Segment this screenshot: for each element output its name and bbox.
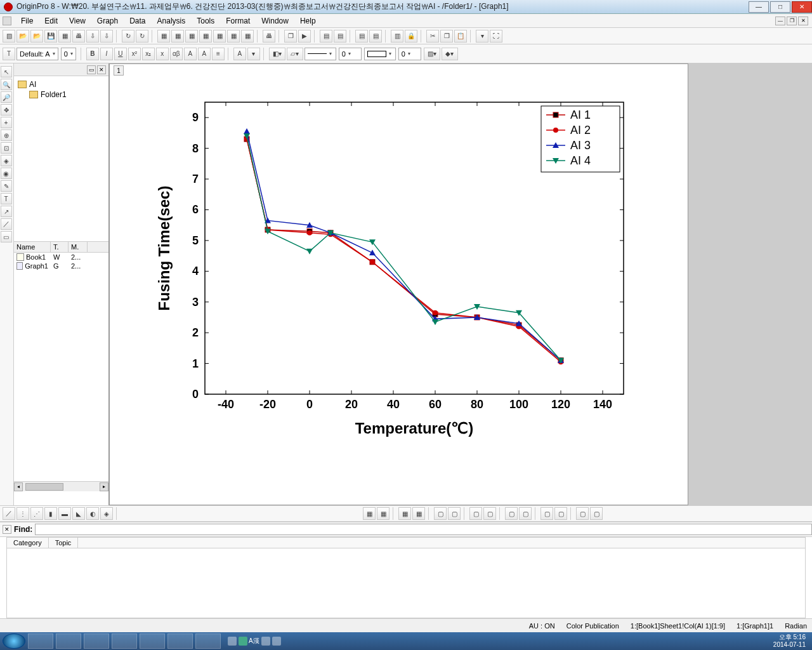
scatter-plot-button[interactable]: ⋮	[16, 507, 29, 520]
open-button[interactable]: 📂	[16, 30, 29, 43]
mdi-minimize-button[interactable]: —	[775, 17, 785, 25]
maximize-button[interactable]: □	[770, 1, 790, 13]
scroll-thumb[interactable]	[25, 483, 63, 491]
draw-tool[interactable]: ✎	[1, 180, 12, 192]
cut-button[interactable]: ✂	[426, 30, 439, 43]
template-button[interactable]: ▦	[363, 507, 376, 520]
same-height-button[interactable]: ▢	[519, 507, 532, 520]
menu-format[interactable]: Format	[220, 17, 256, 25]
pan-tool[interactable]: ✥	[1, 104, 12, 116]
menu-file[interactable]: File	[15, 17, 39, 25]
menu-window[interactable]: Window	[256, 17, 294, 25]
bar-plot-button[interactable]: ▬	[58, 507, 71, 520]
zoom-out-tool[interactable]: 🔎	[1, 91, 12, 103]
superscript-button[interactable]: x²	[128, 48, 141, 60]
menu-graph[interactable]: Graph	[91, 17, 124, 25]
font-combo[interactable]: Default: A▾	[16, 48, 58, 60]
new-function-button[interactable]: ▦	[241, 30, 254, 43]
tray-icon[interactable]	[261, 637, 270, 646]
underline-button[interactable]: U	[114, 48, 127, 60]
tab-category[interactable]: Category	[7, 538, 49, 548]
mask-tool[interactable]: ◈	[1, 155, 12, 166]
extract-button[interactable]: ▦	[412, 507, 425, 520]
tree-child[interactable]: Folder1	[29, 90, 105, 99]
add-column-button[interactable]: ▥	[391, 30, 403, 43]
lock-button[interactable]: 🔒	[405, 30, 417, 43]
3d-plot-button[interactable]: ◈	[100, 507, 113, 520]
menu-tools[interactable]: Tools	[191, 17, 220, 25]
supersub-button[interactable]: x	[156, 48, 169, 60]
col-name[interactable]: Name	[14, 242, 51, 252]
save-template-button[interactable]: ▦	[58, 30, 71, 43]
arrow-tool[interactable]: ↗	[1, 206, 12, 217]
data-selector-tool[interactable]: ⊡	[1, 142, 12, 154]
folder-tree[interactable]: AI Folder1	[14, 76, 108, 104]
paste-button[interactable]: 📋	[454, 30, 467, 43]
layer-indicator[interactable]: 1	[114, 65, 124, 76]
zoom-combo-button[interactable]: ▾	[476, 30, 488, 43]
new-workbook-button[interactable]: ▦	[157, 30, 170, 43]
line-style-combo[interactable]: ▾	[304, 48, 336, 60]
menu-edit[interactable]: Edit	[39, 17, 63, 25]
list-scrollbar[interactable]: ◂ ▸	[14, 481, 108, 491]
recalculate-button[interactable]: ↻	[136, 30, 148, 43]
font-size-combo[interactable]: 0▾	[61, 48, 76, 60]
scroll-left-button[interactable]: ◂	[14, 482, 23, 491]
back-button[interactable]: ▢	[554, 507, 567, 520]
line-tool[interactable]: ／	[1, 218, 12, 230]
print-button[interactable]: 🖶	[72, 30, 85, 43]
greek-button[interactable]: αβ	[170, 48, 183, 60]
fill-color-button[interactable]: ◧▾	[269, 48, 285, 60]
slideshow-button[interactable]: ▶	[298, 30, 311, 43]
subscript-button[interactable]: x₂	[142, 48, 155, 60]
font-color-dropdown[interactable]: ▾	[247, 48, 260, 60]
project-explorer-button[interactable]: ▤	[320, 30, 332, 43]
region-tool[interactable]: ◉	[1, 168, 12, 179]
explorer-pin-button[interactable]: ▭	[87, 65, 96, 74]
code-builder-button[interactable]: ▤	[355, 30, 368, 43]
tray-icon[interactable]	[228, 637, 237, 646]
align-right-button[interactable]: ▢	[448, 507, 461, 520]
same-width-button[interactable]: ▢	[505, 507, 518, 520]
ungroup-button[interactable]: ▢	[590, 507, 603, 520]
save-button[interactable]: 💾	[44, 30, 57, 43]
list-item[interactable]: Graph1 G 2...	[14, 262, 108, 270]
batch-button[interactable]: ▦	[377, 507, 390, 520]
reader-tool[interactable]: +	[1, 117, 12, 128]
taskbar-item[interactable]	[112, 633, 137, 649]
new-excel-button[interactable]: ▦	[199, 30, 212, 43]
font-color-button[interactable]: A	[233, 48, 246, 60]
symbol-button[interactable]: ◆▾	[442, 48, 458, 60]
col-type[interactable]: T.	[51, 242, 69, 252]
new-matrix-button[interactable]: ▦	[185, 30, 198, 43]
find-input[interactable]	[35, 524, 812, 535]
pie-plot-button[interactable]: ◐	[86, 507, 99, 520]
menu-analysis[interactable]: Analysis	[152, 17, 192, 25]
zoom-in-tool[interactable]: 🔍	[1, 79, 12, 90]
taskbar-item[interactable]	[140, 633, 165, 649]
align-top-button[interactable]: ▢	[469, 507, 482, 520]
open-excel-button[interactable]: 📂	[30, 30, 43, 43]
text-tool[interactable]: T	[1, 193, 12, 204]
find-close-button[interactable]: ✕	[3, 525, 11, 534]
tree-root[interactable]: AI	[18, 80, 105, 89]
line-width-combo[interactable]: 0▾	[339, 48, 362, 60]
group-button[interactable]: ▢	[576, 507, 589, 520]
menu-view[interactable]: View	[63, 17, 91, 25]
import-button[interactable]: ⇩	[86, 30, 99, 43]
list-item[interactable]: Book1 W 2...	[14, 253, 108, 262]
area-plot-button[interactable]: ◣	[72, 507, 85, 520]
fill-pattern-combo[interactable]: ▾	[364, 48, 396, 60]
taskbar-item[interactable]	[84, 633, 109, 649]
increase-font-button[interactable]: A	[184, 48, 197, 60]
taskbar-item[interactable]	[167, 633, 193, 649]
rect-tool[interactable]: ▭	[1, 231, 12, 242]
tray-icon[interactable]	[272, 637, 281, 646]
full-screen-button[interactable]: ⛶	[490, 30, 502, 43]
menu-data[interactable]: Data	[124, 17, 151, 25]
merge-button[interactable]: ▦	[398, 507, 411, 520]
line-plot-button[interactable]: ／	[3, 507, 15, 520]
new-project-button[interactable]: ▧	[3, 30, 15, 43]
ime-icon[interactable]	[239, 637, 247, 646]
minimize-button[interactable]: —	[749, 1, 769, 13]
